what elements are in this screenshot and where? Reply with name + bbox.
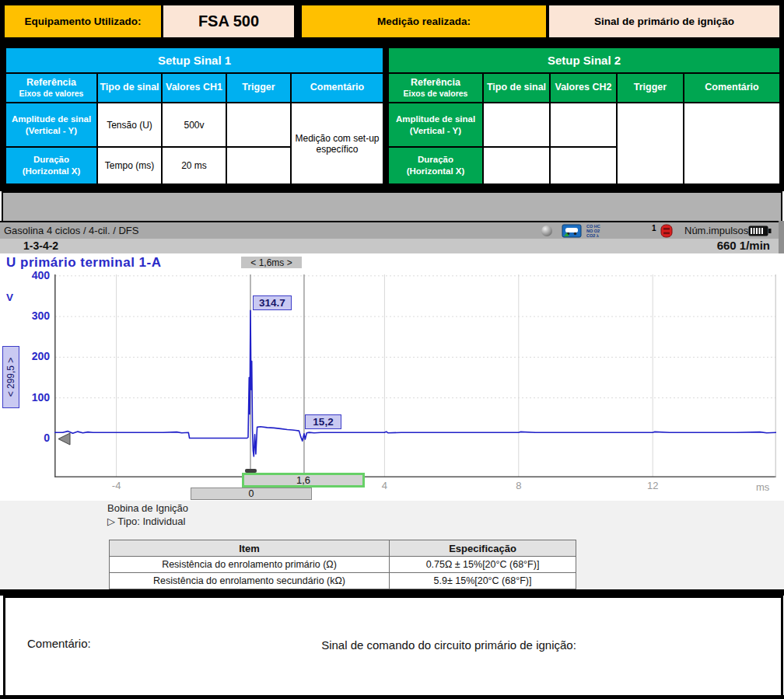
battery-icon	[748, 225, 772, 236]
setup1-dur-trigger-cell[interactable]	[226, 147, 291, 184]
equipment-label-cell: Equipamento Utilizado:	[5, 5, 161, 37]
coil-spec-section: Bobina de Ignição ▷ Tipo: Individual Ite…	[0, 501, 784, 589]
delta-time-badge: < 1,6ms >	[241, 257, 302, 268]
separator-band	[0, 185, 784, 191]
setup1-col-comentario: Comentário	[291, 73, 383, 103]
setup2-row-amplitude: Amplitude de sinal(Vertical - Y)	[388, 103, 483, 147]
spec-header-item: Item	[110, 540, 390, 557]
setup1-row-amplitude: Amplitude de sinal(Vertical - Y)	[5, 103, 97, 147]
spec-value-secondary: 5.9± 15%[20°C (68°F)]	[390, 573, 576, 589]
report-page: Equipamento Utilizado: FSA 500 Medição r…	[0, 0, 784, 699]
delta-time-readout[interactable]: 1,6	[242, 473, 365, 488]
setup2-dur-valor-cell[interactable]	[550, 147, 617, 184]
setup1-col-tipo: Tipo de sinal	[97, 73, 162, 103]
setup2-dur-tipo-cell[interactable]	[483, 147, 550, 184]
comment-text: Sinal de comando do circuito primário de…	[114, 638, 783, 652]
spec-value-primary: 0.75Ω ± 15%[20°C (68°F)]	[390, 557, 576, 573]
coil-type-line: ▷ Tipo: Individual	[107, 516, 185, 527]
setup1-col-ref-sub: Eixos de valores	[6, 89, 96, 99]
header-row: Equipamento Utilizado: FSA 500 Medição r…	[0, 0, 784, 43]
separator-band-bottom	[0, 589, 784, 596]
scope-substatus-bar: 1-3-4-2 660 1/min	[0, 239, 784, 253]
channel-superscript: 1	[652, 224, 656, 232]
measurement-label: Medição realizada:	[377, 16, 471, 27]
y-axis-tick: 300	[11, 309, 50, 322]
setup2-row-dur-main: Duração	[389, 154, 482, 166]
setup-region: Setup Sinal 1 ReferênciaEixos de valores…	[0, 43, 784, 190]
setup1-row-amp-main: Amplitude de sinal	[6, 114, 96, 125]
scope-status-bar: Gasolina 4 ciclos / 4-cil. / DFS CO HC N…	[0, 221, 784, 240]
table-row: Resistência do enrolamento primário (Ω) …	[110, 557, 576, 573]
y-axis-tick: 400	[11, 269, 50, 281]
equipment-value: FSA 500	[198, 12, 259, 30]
spec-item-primary: Resistência do enrolamento primário (Ω)	[110, 557, 390, 573]
setup2-amp-tipo-cell[interactable]	[483, 103, 550, 147]
spec-header-especificacao: Especificação	[390, 540, 576, 557]
setup2-amp-valor-cell[interactable]	[550, 103, 617, 147]
setup2-col-ref-sub: Eixos de valores	[389, 89, 482, 99]
coil-title: Bobina de Ignição	[107, 502, 188, 514]
gas-analyzer-icon: CO HC NO O2 CO2 λ	[586, 224, 600, 238]
zero-level-marker-icon	[58, 433, 70, 445]
x-axis-tick: 8	[507, 480, 530, 491]
table-row: Resistência do enrolamento secundário (k…	[110, 573, 576, 589]
setup1-col-ref-main: Referência	[6, 77, 96, 89]
setup1-comentario-cell[interactable]: Medição com set-up específico	[291, 103, 383, 184]
status-sphere-icon	[541, 225, 552, 236]
setup2-row-amp-sub: (Vertical - Y)	[389, 125, 482, 137]
setup2-col-tipo: Tipo de sinal	[483, 73, 550, 103]
x-axis-tick: 12	[641, 480, 664, 491]
comment-label: Comentário:	[27, 637, 91, 650]
setup2-col-ref-main: Referência	[389, 77, 482, 89]
setup2-row-amp-main: Amplitude de sinal	[389, 114, 482, 125]
y-axis-tick: 200	[11, 350, 50, 362]
setup2-trigger-cell[interactable]	[617, 103, 684, 184]
setup2-comentario-cell[interactable]	[684, 103, 780, 184]
equipment-label: Equipamento Utilizado:	[25, 16, 142, 27]
trigger-clamp-icon	[659, 224, 674, 238]
setup2-col-valores: Valores CH2	[550, 73, 617, 103]
setup1-row-dur-main: Duração	[6, 154, 96, 166]
setup1-row-dur-sub: (Horizontal X)	[6, 166, 96, 177]
scope-display: U primário terminal 1-A < 1,6ms > V < 29…	[0, 253, 784, 501]
firing-order-text: 1-3-4-2	[23, 239, 58, 252]
setup1-dur-tipo-cell[interactable]: Tempo (ms)	[97, 147, 162, 184]
setup-signal-2-table: Setup Sinal 2 ReferênciaEixos de valores…	[387, 47, 781, 185]
setup1-col-referencia: ReferênciaEixos de valores	[5, 73, 97, 103]
setup2-title: Setup Sinal 2	[388, 47, 780, 73]
setup1-amp-trigger-cell[interactable]	[226, 103, 291, 147]
x-axis-tick: -4	[105, 480, 128, 491]
rpm-readout: 660 1/min	[717, 239, 770, 252]
x-axis-unit-label: ms	[756, 481, 769, 493]
scope-toolbar-panel	[2, 191, 782, 222]
gas-line-3: CO2 λ	[586, 233, 600, 238]
y-axis-tick: 100	[11, 391, 50, 404]
coil-spec-table: Item Especificação Resistência do enrola…	[109, 540, 576, 589]
setup1-row-amp-sub: (Vertical - Y)	[6, 125, 96, 137]
setup1-title: Setup Sinal 1	[5, 47, 383, 73]
cursor1-position-readout[interactable]: 0	[191, 488, 312, 500]
setup1-col-trigger: Trigger	[226, 73, 291, 103]
measurement-label-cell: Medição realizada:	[302, 5, 546, 37]
setup1-col-valores: Valores CH1	[162, 73, 226, 103]
page-bottom-edge	[0, 695, 784, 699]
measurement-value-cell[interactable]: Sinal de primário de ignição	[549, 5, 779, 37]
cursor2-value-badge: 15,2	[305, 414, 341, 429]
waveform-plot	[54, 274, 776, 480]
comment-section[interactable]: Comentário: Sinal de comando do circuito…	[3, 596, 783, 697]
setup1-dur-valor-cell[interactable]: 20 ms	[162, 147, 226, 184]
engine-config-text: Gasolina 4 ciclos / 4-cil. / DFS	[4, 225, 138, 236]
setup-signal-1-table: Setup Sinal 1 ReferênciaEixos de valores…	[5, 47, 384, 185]
equipment-value-cell[interactable]: FSA 500	[163, 5, 294, 37]
setup2-row-duracao: Duração(Horizontal X)	[388, 147, 483, 184]
y-axis-tick: 0	[11, 432, 50, 444]
setup1-amp-valor-cell[interactable]: 500v	[162, 103, 226, 147]
setup1-row-duracao: Duração(Horizontal X)	[5, 147, 97, 184]
setup2-row-dur-sub: (Horizontal X)	[389, 166, 482, 177]
setup2-col-comentario: Comentário	[684, 73, 780, 103]
y-axis-unit-label: V	[6, 292, 13, 303]
spec-item-secondary: Resistência do enrolamento secundário (k…	[110, 573, 390, 589]
vehicle-icon	[562, 224, 582, 238]
setup2-col-referencia: ReferênciaEixos de valores	[388, 73, 483, 103]
setup1-amp-tipo-cell[interactable]: Tensão (U)	[97, 103, 162, 147]
